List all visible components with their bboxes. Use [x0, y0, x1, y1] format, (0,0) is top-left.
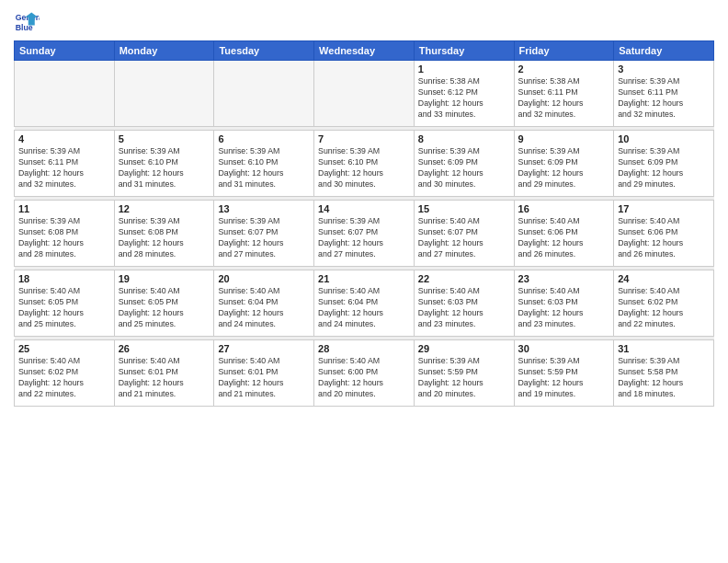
- day-number: 31: [618, 343, 710, 354]
- calendar-cell: 31Sunrise: 5:39 AM Sunset: 5:58 PM Dayli…: [614, 340, 714, 407]
- day-number: 12: [119, 203, 210, 214]
- calendar-cell: 26Sunrise: 5:40 AM Sunset: 6:01 PM Dayli…: [114, 340, 214, 407]
- day-info: Sunrise: 5:39 AM Sunset: 6:11 PM Dayligh…: [618, 76, 710, 121]
- calendar-cell: 27Sunrise: 5:40 AM Sunset: 6:01 PM Dayli…: [214, 340, 314, 407]
- calendar-day-header: Monday: [114, 41, 214, 61]
- day-number: 30: [518, 343, 610, 354]
- day-info: Sunrise: 5:39 AM Sunset: 6:08 PM Dayligh…: [18, 216, 110, 260]
- day-number: 13: [218, 203, 310, 214]
- day-info: Sunrise: 5:39 AM Sunset: 5:58 PM Dayligh…: [618, 356, 710, 400]
- day-number: 28: [318, 343, 410, 354]
- day-info: Sunrise: 5:38 AM Sunset: 6:12 PM Dayligh…: [418, 76, 510, 121]
- calendar-cell: 2Sunrise: 5:38 AM Sunset: 6:11 PM Daylig…: [514, 61, 614, 127]
- calendar-cell: [314, 61, 415, 127]
- day-number: 25: [18, 343, 110, 354]
- day-number: 29: [418, 343, 510, 354]
- calendar-cell: [214, 61, 314, 127]
- calendar-cell: 9Sunrise: 5:39 AM Sunset: 6:09 PM Daylig…: [514, 131, 614, 197]
- day-info: Sunrise: 5:38 AM Sunset: 6:11 PM Dayligh…: [518, 76, 610, 121]
- calendar-cell: 21Sunrise: 5:40 AM Sunset: 6:04 PM Dayli…: [314, 270, 415, 337]
- calendar-week-row: 18Sunrise: 5:40 AM Sunset: 6:05 PM Dayli…: [15, 270, 714, 337]
- day-info: Sunrise: 5:39 AM Sunset: 6:10 PM Dayligh…: [318, 146, 410, 190]
- day-info: Sunrise: 5:40 AM Sunset: 6:06 PM Dayligh…: [518, 216, 610, 260]
- calendar-cell: 17Sunrise: 5:40 AM Sunset: 6:06 PM Dayli…: [614, 201, 714, 267]
- calendar-cell: 1Sunrise: 5:38 AM Sunset: 6:12 PM Daylig…: [414, 61, 514, 127]
- calendar-cell: 3Sunrise: 5:39 AM Sunset: 6:11 PM Daylig…: [614, 61, 714, 127]
- day-info: Sunrise: 5:40 AM Sunset: 6:00 PM Dayligh…: [318, 356, 410, 400]
- header: General Blue: [14, 9, 714, 35]
- calendar-cell: 14Sunrise: 5:39 AM Sunset: 6:07 PM Dayli…: [314, 201, 415, 267]
- calendar-cell: 10Sunrise: 5:39 AM Sunset: 6:09 PM Dayli…: [614, 131, 714, 197]
- calendar-day-header: Friday: [514, 41, 614, 61]
- calendar-cell: 13Sunrise: 5:39 AM Sunset: 6:07 PM Dayli…: [214, 201, 314, 267]
- day-info: Sunrise: 5:40 AM Sunset: 6:03 PM Dayligh…: [518, 286, 610, 330]
- calendar-week-row: 11Sunrise: 5:39 AM Sunset: 6:08 PM Dayli…: [15, 201, 714, 267]
- day-info: Sunrise: 5:40 AM Sunset: 6:04 PM Dayligh…: [318, 286, 410, 330]
- page: General Blue SundayMondayTuesdayWednesda…: [0, 0, 728, 563]
- day-info: Sunrise: 5:39 AM Sunset: 6:07 PM Dayligh…: [218, 216, 310, 260]
- day-number: 7: [318, 133, 410, 144]
- calendar-cell: 28Sunrise: 5:40 AM Sunset: 6:00 PM Dayli…: [314, 340, 415, 407]
- calendar-week-row: 4Sunrise: 5:39 AM Sunset: 6:11 PM Daylig…: [15, 131, 714, 197]
- calendar-cell: 12Sunrise: 5:39 AM Sunset: 6:08 PM Dayli…: [114, 201, 214, 267]
- calendar-cell: [114, 61, 214, 127]
- day-number: 2: [518, 63, 610, 75]
- calendar-cell: 5Sunrise: 5:39 AM Sunset: 6:10 PM Daylig…: [114, 131, 214, 197]
- day-info: Sunrise: 5:39 AM Sunset: 6:09 PM Dayligh…: [618, 146, 710, 190]
- day-number: 23: [518, 273, 610, 284]
- day-number: 8: [418, 133, 510, 144]
- logo-icon: General Blue: [14, 9, 40, 35]
- day-info: Sunrise: 5:40 AM Sunset: 6:03 PM Dayligh…: [418, 286, 510, 330]
- day-info: Sunrise: 5:39 AM Sunset: 6:09 PM Dayligh…: [518, 146, 610, 190]
- day-number: 18: [18, 273, 110, 284]
- svg-text:General: General: [16, 13, 40, 22]
- day-info: Sunrise: 5:39 AM Sunset: 5:59 PM Dayligh…: [518, 356, 610, 400]
- day-number: 27: [218, 343, 310, 354]
- day-info: Sunrise: 5:40 AM Sunset: 6:01 PM Dayligh…: [119, 356, 210, 400]
- day-number: 20: [218, 273, 310, 284]
- day-info: Sunrise: 5:39 AM Sunset: 6:10 PM Dayligh…: [119, 146, 210, 190]
- day-info: Sunrise: 5:40 AM Sunset: 6:02 PM Dayligh…: [618, 286, 710, 330]
- day-info: Sunrise: 5:39 AM Sunset: 6:09 PM Dayligh…: [418, 146, 510, 190]
- calendar-cell: 25Sunrise: 5:40 AM Sunset: 6:02 PM Dayli…: [15, 340, 115, 407]
- calendar-cell: 29Sunrise: 5:39 AM Sunset: 5:59 PM Dayli…: [414, 340, 514, 407]
- day-number: 6: [218, 133, 310, 144]
- calendar-cell: 30Sunrise: 5:39 AM Sunset: 5:59 PM Dayli…: [514, 340, 614, 407]
- day-number: 9: [518, 133, 610, 144]
- calendar-cell: 20Sunrise: 5:40 AM Sunset: 6:04 PM Dayli…: [214, 270, 314, 337]
- day-number: 24: [618, 273, 710, 284]
- calendar-cell: 24Sunrise: 5:40 AM Sunset: 6:02 PM Dayli…: [614, 270, 714, 337]
- calendar-cell: 4Sunrise: 5:39 AM Sunset: 6:11 PM Daylig…: [15, 131, 115, 197]
- day-number: 14: [318, 203, 410, 214]
- calendar-cell: 6Sunrise: 5:39 AM Sunset: 6:10 PM Daylig…: [214, 131, 314, 197]
- calendar-week-row: 25Sunrise: 5:40 AM Sunset: 6:02 PM Dayli…: [15, 340, 714, 407]
- day-number: 21: [318, 273, 410, 284]
- day-info: Sunrise: 5:40 AM Sunset: 6:04 PM Dayligh…: [218, 286, 310, 330]
- calendar-header-row: SundayMondayTuesdayWednesdayThursdayFrid…: [15, 41, 714, 61]
- day-info: Sunrise: 5:40 AM Sunset: 6:05 PM Dayligh…: [18, 286, 110, 330]
- day-info: Sunrise: 5:39 AM Sunset: 6:07 PM Dayligh…: [318, 216, 410, 260]
- day-number: 26: [119, 343, 210, 354]
- calendar-cell: 19Sunrise: 5:40 AM Sunset: 6:05 PM Dayli…: [114, 270, 214, 337]
- day-info: Sunrise: 5:40 AM Sunset: 6:06 PM Dayligh…: [618, 216, 710, 260]
- day-number: 22: [418, 273, 510, 284]
- calendar-cell: 16Sunrise: 5:40 AM Sunset: 6:06 PM Dayli…: [514, 201, 614, 267]
- calendar-day-header: Sunday: [15, 41, 115, 61]
- day-info: Sunrise: 5:40 AM Sunset: 6:05 PM Dayligh…: [119, 286, 210, 330]
- calendar-cell: 23Sunrise: 5:40 AM Sunset: 6:03 PM Dayli…: [514, 270, 614, 337]
- calendar-cell: 7Sunrise: 5:39 AM Sunset: 6:10 PM Daylig…: [314, 131, 415, 197]
- day-info: Sunrise: 5:39 AM Sunset: 6:10 PM Dayligh…: [218, 146, 310, 190]
- calendar-cell: 11Sunrise: 5:39 AM Sunset: 6:08 PM Dayli…: [15, 201, 115, 267]
- calendar-week-row: 1Sunrise: 5:38 AM Sunset: 6:12 PM Daylig…: [15, 61, 714, 127]
- calendar-cell: 8Sunrise: 5:39 AM Sunset: 6:09 PM Daylig…: [414, 131, 514, 197]
- day-number: 10: [618, 133, 710, 144]
- calendar-day-header: Wednesday: [314, 41, 415, 61]
- day-number: 1: [418, 63, 510, 75]
- day-info: Sunrise: 5:40 AM Sunset: 6:01 PM Dayligh…: [218, 356, 310, 400]
- calendar-cell: 18Sunrise: 5:40 AM Sunset: 6:05 PM Dayli…: [15, 270, 115, 337]
- day-info: Sunrise: 5:40 AM Sunset: 6:02 PM Dayligh…: [18, 356, 110, 400]
- day-number: 5: [119, 133, 210, 144]
- calendar-cell: 15Sunrise: 5:40 AM Sunset: 6:07 PM Dayli…: [414, 201, 514, 267]
- day-number: 15: [418, 203, 510, 214]
- calendar-table: SundayMondayTuesdayWednesdayThursdayFrid…: [14, 40, 714, 407]
